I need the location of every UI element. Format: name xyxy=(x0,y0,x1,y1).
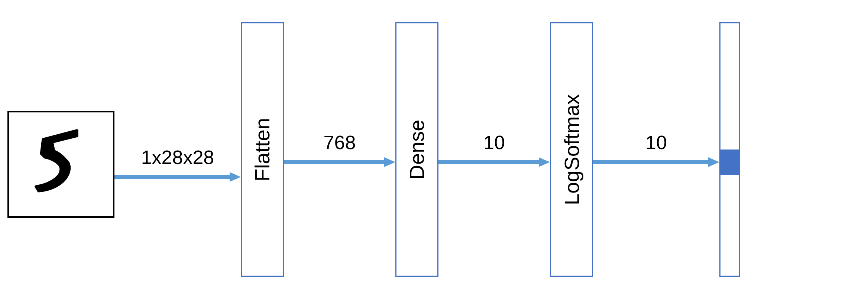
arrow-label: 10 xyxy=(645,131,667,154)
output-highlighted-cell xyxy=(720,150,739,175)
logsoftmax-layer: LogSoftmax xyxy=(550,22,593,277)
arrow-logsoftmax-to-output: 10 xyxy=(593,131,719,168)
layer-label: LogSoftmax xyxy=(560,94,584,205)
arrow-input-to-flatten: 1x28x28 xyxy=(114,146,241,183)
arrow-dense-to-logsoftmax: 10 xyxy=(438,131,550,168)
svg-marker-7 xyxy=(708,157,719,167)
input-image-box xyxy=(7,111,114,218)
svg-marker-5 xyxy=(539,157,550,167)
flatten-layer: Flatten xyxy=(241,22,284,277)
arrow-label: 768 xyxy=(324,131,356,154)
arrow-label: 10 xyxy=(483,131,505,154)
digit-five-icon xyxy=(16,120,106,209)
svg-marker-3 xyxy=(384,157,395,167)
neural-network-diagram: 1x28x28 Flatten 768 Dense 10 LogSoftmax … xyxy=(7,7,861,292)
layer-label: Flatten xyxy=(250,118,275,181)
arrow-label: 1x28x28 xyxy=(141,146,214,168)
output-box xyxy=(719,22,740,277)
dense-layer: Dense xyxy=(395,22,438,277)
svg-marker-1 xyxy=(230,172,241,182)
layer-label: Dense xyxy=(405,119,429,180)
arrow-flatten-to-dense: 768 xyxy=(284,131,395,168)
